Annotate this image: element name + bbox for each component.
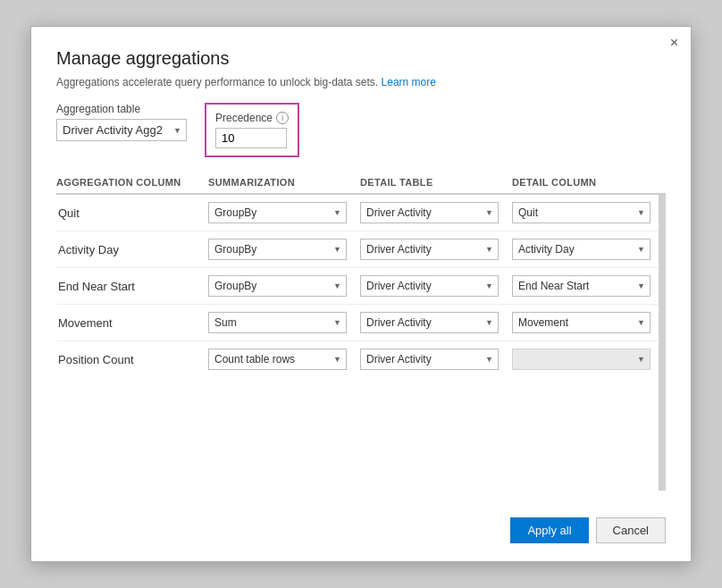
summarization-select[interactable]: GroupBy — [208, 275, 347, 297]
info-icon: i — [276, 112, 289, 124]
col-header-detail-table: DETAIL TABLE — [360, 177, 512, 188]
col-header-summarization: SUMMARIZATION — [208, 177, 360, 188]
agg-column-label: Activity Day — [56, 243, 208, 256]
table-row: Activity DayGroupByDriver ActivityActivi… — [56, 231, 659, 268]
detail-column-select-wrapper[interactable]: Quit — [512, 202, 651, 223]
summarization-select[interactable]: GroupBy — [208, 239, 347, 260]
col-header-aggregation: AGGREGATION COLUMN — [56, 177, 208, 188]
summarization-select-wrapper[interactable]: GroupBy — [208, 275, 347, 297]
agg-column-label: End Near Start — [56, 280, 208, 293]
delete-row-button[interactable]: 🗑 — [664, 316, 666, 330]
precedence-box: Precedence i — [205, 103, 299, 157]
table-row: Position CountCount table rowsDriver Act… — [56, 341, 659, 377]
summarization-select[interactable]: GroupBy — [208, 202, 347, 223]
detail-table-select-wrapper[interactable]: Driver Activity — [360, 239, 499, 260]
detail-table-select-wrapper[interactable]: Driver Activity — [360, 312, 499, 333]
apply-all-button[interactable]: Apply all — [510, 517, 588, 543]
cancel-button[interactable]: Cancel — [596, 517, 666, 543]
learn-more-link[interactable]: Learn more — [382, 76, 436, 88]
precedence-label: Precedence — [215, 112, 273, 124]
agg-table-label: Aggregation table — [56, 103, 187, 115]
detail-column-select-wrapper — [512, 349, 651, 370]
table-row: MovementSumDriver ActivityMovement🗑 — [56, 305, 659, 341]
top-controls: Aggregation table Driver Activity Agg2 P… — [56, 103, 666, 157]
detail-column-select[interactable]: Movement — [512, 312, 651, 333]
detail-column-select[interactable]: Activity Day — [512, 239, 651, 260]
detail-table-select[interactable]: Driver Activity — [360, 239, 499, 260]
precedence-label-row: Precedence i — [215, 112, 289, 124]
detail-column-select-wrapper[interactable]: Activity Day — [512, 239, 651, 260]
detail-table-select[interactable]: Driver Activity — [360, 349, 499, 370]
detail-table-select[interactable]: Driver Activity — [360, 312, 499, 333]
delete-row-button[interactable]: 🗑 — [664, 280, 666, 293]
detail-table-select[interactable]: Driver Activity — [360, 202, 499, 223]
detail-column-select-wrapper[interactable]: End Near Start — [512, 275, 651, 297]
detail-column-select[interactable]: End Near Start — [512, 275, 651, 297]
summarization-select-wrapper[interactable]: Sum — [208, 312, 347, 333]
detail-column-select-wrapper[interactable]: Movement — [512, 312, 651, 333]
delete-row-button[interactable]: 🗑 — [664, 206, 666, 220]
table-row: QuitGroupByDriver ActivityQuit🗑 — [56, 195, 659, 231]
agg-table-select[interactable]: Driver Activity Agg2 — [56, 119, 187, 141]
close-button[interactable]: × — [670, 36, 678, 50]
summarization-select-wrapper[interactable]: Count table rows — [208, 349, 347, 370]
dialog-subtitle: Aggregations accelerate query performanc… — [56, 76, 666, 88]
summarization-select-wrapper[interactable]: GroupBy — [208, 239, 347, 260]
detail-table-select[interactable]: Driver Activity — [360, 275, 499, 297]
dialog-footer: Apply all Cancel — [56, 508, 666, 543]
agg-column-label: Position Count — [56, 353, 208, 366]
table-header: AGGREGATION COLUMN SUMMARIZATION DETAIL … — [56, 172, 666, 195]
delete-row-button[interactable]: 🗑 — [664, 353, 666, 366]
agg-column-label: Movement — [56, 316, 208, 330]
data-rows: QuitGroupByDriver ActivityQuit🗑Activity … — [56, 195, 666, 491]
precedence-input[interactable] — [215, 128, 287, 148]
detail-table-select-wrapper[interactable]: Driver Activity — [360, 349, 499, 370]
agg-table-field: Aggregation table Driver Activity Agg2 — [56, 103, 187, 141]
col-header-detail-column: DETAIL COLUMN — [512, 177, 664, 188]
agg-table-select-wrapper[interactable]: Driver Activity Agg2 — [56, 119, 187, 141]
detail-table-select-wrapper[interactable]: Driver Activity — [360, 202, 499, 223]
manage-aggregations-dialog: × Manage aggregations Aggregations accel… — [30, 26, 692, 562]
detail-table-select-wrapper[interactable]: Driver Activity — [360, 275, 499, 297]
agg-column-label: Quit — [56, 206, 208, 220]
summarization-select[interactable]: Sum — [208, 312, 347, 333]
summarization-select[interactable]: Count table rows — [208, 349, 347, 370]
detail-column-select — [512, 349, 651, 370]
detail-column-select[interactable]: Quit — [512, 202, 651, 223]
summarization-select-wrapper[interactable]: GroupBy — [208, 202, 347, 223]
table-row: End Near StartGroupByDriver ActivityEnd … — [56, 268, 659, 305]
delete-row-button[interactable]: 🗑 — [664, 243, 666, 256]
dialog-title: Manage aggregations — [56, 48, 666, 69]
